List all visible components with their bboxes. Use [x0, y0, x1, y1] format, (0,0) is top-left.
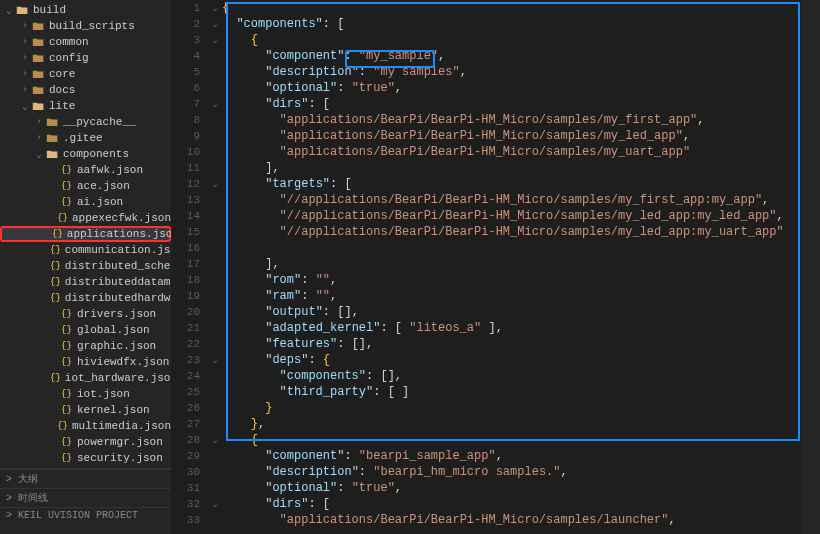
file-item[interactable]: {}graphic.json — [0, 338, 171, 354]
code-line[interactable]: "component": "bearpi_sample_app", — [222, 448, 802, 464]
folder-item[interactable]: ›build_scripts — [0, 18, 171, 34]
folder-item[interactable]: ›.gitee — [0, 130, 171, 146]
code-area[interactable]: { "components": [ { "component": "my_sam… — [222, 0, 802, 534]
code-line[interactable]: "targets": [ — [222, 176, 802, 192]
code-line[interactable]: "adapted_kernel": [ "liteos_a" ], — [222, 320, 802, 336]
code-line[interactable]: "features": [], — [222, 336, 802, 352]
code-line[interactable]: "optional": "true", — [222, 480, 802, 496]
fold-chevron-icon[interactable]: ⌄ — [208, 352, 222, 368]
file-item[interactable]: {}global.json — [0, 322, 171, 338]
fold-chevron-icon[interactable]: ⌄ — [208, 32, 222, 48]
folder-item[interactable]: ⌄components — [0, 146, 171, 162]
line-number: 23 — [172, 352, 200, 368]
line-number: 11 — [172, 160, 200, 176]
code-line[interactable]: "applications/BearPi/BearPi-HM_Micro/sam… — [222, 512, 802, 528]
file-item[interactable]: {}iot_hardware.json — [0, 370, 171, 386]
json-icon: {} — [60, 405, 73, 415]
fold-gutter[interactable]: ⌄⌄⌄⌄⌄⌄⌄⌄ — [208, 0, 222, 534]
line-number: 28 — [172, 432, 200, 448]
code-line[interactable]: ], — [222, 160, 802, 176]
code-line[interactable]: } — [222, 400, 802, 416]
code-line[interactable] — [222, 240, 802, 256]
json-icon: {} — [60, 165, 73, 175]
file-item[interactable]: {}distributeddatamgr.... — [0, 274, 171, 290]
file-item[interactable]: {}hiviewdfx.json — [0, 354, 171, 370]
file-item[interactable]: {}distributed_schedul... — [0, 258, 171, 274]
code-line[interactable]: "third_party": [ ] — [222, 384, 802, 400]
code-line[interactable]: "applications/BearPi/BearPi-HM_Micro/sam… — [222, 112, 802, 128]
code-line[interactable]: "applications/BearPi/BearPi-HM_Micro/sam… — [222, 128, 802, 144]
minimap[interactable] — [802, 0, 820, 534]
file-tree: ⌄build›build_scripts›common›config›core›… — [0, 0, 171, 466]
folder-item[interactable]: ⌄lite — [0, 98, 171, 114]
code-line[interactable]: "deps": { — [222, 352, 802, 368]
code-line[interactable]: "rom": "", — [222, 272, 802, 288]
folder-item[interactable]: ›common — [0, 34, 171, 50]
code-line[interactable]: "component": "my_sample", — [222, 48, 802, 64]
file-item[interactable]: {}security.json — [0, 450, 171, 466]
fold-chevron-icon[interactable]: ⌄ — [208, 96, 222, 112]
file-item[interactable]: {}multimedia.json — [0, 418, 171, 434]
file-item[interactable]: {}ai.json — [0, 194, 171, 210]
json-icon: {} — [57, 421, 68, 431]
file-item[interactable]: {}kernel.json — [0, 402, 171, 418]
file-item[interactable]: {}appexecfwk.json — [0, 210, 171, 226]
tree-item-label: graphic.json — [77, 340, 156, 352]
folder-item[interactable]: ›core — [0, 66, 171, 82]
json-icon: {} — [60, 197, 73, 207]
code-line[interactable]: "description": "bearpi_hm_micro samples.… — [222, 464, 802, 480]
line-number: 5 — [172, 64, 200, 80]
code-line[interactable]: "//applications/BearPi/BearPi-HM_Micro/s… — [222, 208, 802, 224]
tree-item-label: ai.json — [77, 196, 123, 208]
line-number: 26 — [172, 400, 200, 416]
code-line[interactable]: "dirs": [ — [222, 496, 802, 512]
code-line[interactable]: "//applications/BearPi/BearPi-HM_Micro/s… — [222, 192, 802, 208]
file-item[interactable]: {}communication.json — [0, 242, 171, 258]
code-line[interactable]: "//applications/BearPi/BearPi-HM_Micro/s… — [222, 224, 802, 240]
fold-spacer — [208, 64, 222, 80]
line-number: 9 — [172, 128, 200, 144]
tree-item-label: global.json — [77, 324, 150, 336]
code-line[interactable]: { — [222, 0, 802, 16]
code-line[interactable]: "output": [], — [222, 304, 802, 320]
code-line[interactable]: "optional": "true", — [222, 80, 802, 96]
code-line[interactable]: "components": [], — [222, 368, 802, 384]
timeline-panel[interactable]: > 时间线 — [0, 488, 171, 507]
file-item[interactable]: {}powermgr.json — [0, 434, 171, 450]
file-item[interactable]: {}aafwk.json — [0, 162, 171, 178]
code-line[interactable]: ], — [222, 256, 802, 272]
code-line[interactable]: "ram": "", — [222, 288, 802, 304]
tree-item-label: .gitee — [63, 132, 103, 144]
keil-panel[interactable]: > KEIL UVISION PROJECT — [0, 507, 171, 523]
code-line[interactable]: "description": "my samples", — [222, 64, 802, 80]
fold-spacer — [208, 80, 222, 96]
file-item[interactable]: {}applications.json — [0, 226, 171, 242]
file-item[interactable]: {}drivers.json — [0, 306, 171, 322]
line-number: 19 — [172, 288, 200, 304]
fold-chevron-icon[interactable]: ⌄ — [208, 432, 222, 448]
code-line[interactable]: "dirs": [ — [222, 96, 802, 112]
fold-chevron-icon[interactable]: ⌄ — [208, 16, 222, 32]
file-item[interactable]: {}iot.json — [0, 386, 171, 402]
folder-item[interactable]: ›config — [0, 50, 171, 66]
fold-spacer — [208, 112, 222, 128]
code-line[interactable]: { — [222, 432, 802, 448]
code-line[interactable]: { — [222, 32, 802, 48]
fold-chevron-icon[interactable]: ⌄ — [208, 496, 222, 512]
code-line[interactable]: "applications/BearPi/BearPi-HM_Micro/sam… — [222, 144, 802, 160]
folder-item[interactable]: ›docs — [0, 82, 171, 98]
file-item[interactable]: {}ace.json — [0, 178, 171, 194]
tree-item-label: lite — [49, 100, 75, 112]
code-line[interactable]: "components": [ — [222, 16, 802, 32]
file-item[interactable]: {}distributedhardwar... — [0, 290, 171, 306]
fold-spacer — [208, 320, 222, 336]
fold-spacer — [208, 128, 222, 144]
fold-chevron-icon[interactable]: ⌄ — [208, 0, 222, 16]
outline-panel[interactable]: > 大纲 — [0, 469, 171, 488]
code-line[interactable]: }, — [222, 416, 802, 432]
editor[interactable]: 1234567891011121314151617181920212223242… — [172, 0, 820, 534]
folder-item[interactable]: ›__pycache__ — [0, 114, 171, 130]
folder-item[interactable]: ⌄build — [0, 2, 171, 18]
fold-spacer — [208, 384, 222, 400]
fold-chevron-icon[interactable]: ⌄ — [208, 176, 222, 192]
